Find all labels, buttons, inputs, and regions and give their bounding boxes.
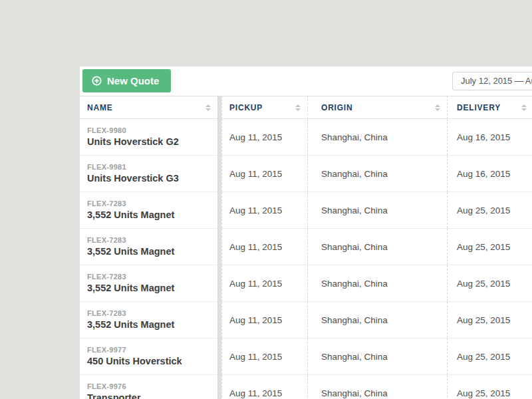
quote-name: 450 Units Hoverstick — [87, 355, 217, 368]
delivery-cell: Aug 25, 2015 — [447, 338, 532, 374]
delivery-cell: Aug 16, 2015 — [447, 119, 532, 155]
table-row[interactable]: Aug 11, 2015 Shanghai, China Aug 25, 201… — [221, 375, 532, 399]
table-row-name-cell[interactable]: FLEX-9977 450 Units Hoverstick — [80, 338, 217, 375]
quote-name: 3,552 Units Magnet — [87, 245, 217, 258]
quote-name: 3,552 Units Magnet — [87, 319, 217, 331]
origin-cell: Shanghai, China — [307, 229, 447, 265]
quote-code: FLEX-7283 — [87, 309, 217, 319]
sort-icon — [295, 104, 301, 111]
name-column-panel: NAME FLEX-9980 Units Hoverstick G2 FLEX-… — [80, 96, 217, 399]
quote-code: FLEX-9977 — [87, 345, 217, 355]
quote-name: 3,552 Units Magnet — [87, 282, 217, 295]
table-header-row: PICKUP ORIGIN DELIVERY — [221, 96, 532, 119]
quote-code: FLEX-9980 — [87, 126, 217, 136]
origin-cell: Shanghai, China — [307, 192, 447, 228]
table-row-name-cell[interactable]: FLEX-7283 3,552 Units Magnet — [80, 265, 217, 302]
column-header-label: DELIVERY — [457, 103, 501, 112]
delivery-cell: Aug 25, 2015 — [447, 229, 532, 265]
table-row-name-cell[interactable]: FLEX-7283 3,552 Units Magnet — [80, 302, 217, 338]
new-quote-label: New Quote — [107, 75, 159, 86]
pickup-cell: Aug 11, 2015 — [221, 302, 307, 338]
sort-icon — [205, 104, 211, 111]
detail-columns-panel: PICKUP ORIGIN DELIVERY Aug 11, 2015 Shan… — [221, 96, 532, 399]
table-row[interactable]: Aug 11, 2015 Shanghai, China Aug 25, 201… — [221, 302, 532, 338]
table-row[interactable]: Aug 11, 2015 Shanghai, China Aug 16, 201… — [221, 119, 532, 156]
pickup-cell: Aug 11, 2015 — [221, 229, 307, 265]
column-header-delivery[interactable]: DELIVERY — [447, 96, 532, 119]
pickup-cell: Aug 11, 2015 — [221, 156, 307, 192]
table-row-name-cell[interactable]: FLEX-9980 Units Hoverstick G2 — [80, 119, 217, 156]
quote-name: Units Hoverstick G3 — [87, 172, 217, 185]
delivery-cell: Aug 25, 2015 — [447, 375, 532, 399]
origin-cell: Shanghai, China — [307, 265, 447, 301]
origin-cell: Shanghai, China — [307, 302, 447, 338]
table-row-name-cell[interactable]: FLEX-9981 Units Hoverstick G3 — [80, 156, 217, 192]
plus-circle-icon — [92, 76, 102, 86]
origin-cell: Shanghai, China — [307, 119, 447, 155]
quote-name: Units Hoverstick G2 — [87, 136, 217, 148]
quote-code: FLEX-7283 — [87, 235, 217, 245]
table-rows: Aug 11, 2015 Shanghai, China Aug 16, 201… — [221, 119, 532, 399]
table-row-name-cell[interactable]: FLEX-7283 3,552 Units Magnet — [80, 229, 217, 265]
table-row[interactable]: Aug 11, 2015 Shanghai, China Aug 16, 201… — [221, 156, 532, 192]
table-row-name-cell[interactable]: FLEX-9976 Transporter — [80, 375, 217, 399]
toolbar: New Quote July 12, 2015 — Augus — [80, 66, 532, 96]
column-header-pickup[interactable]: PICKUP — [221, 96, 307, 119]
delivery-cell: Aug 25, 2015 — [447, 265, 532, 301]
pickup-cell: Aug 11, 2015 — [221, 375, 307, 399]
table-row[interactable]: Aug 11, 2015 Shanghai, China Aug 25, 201… — [221, 229, 532, 265]
sort-icon — [435, 104, 440, 111]
column-header-label: NAME — [87, 103, 113, 112]
pickup-cell: Aug 11, 2015 — [221, 265, 307, 301]
column-header-label: ORIGIN — [321, 103, 352, 112]
delivery-cell: Aug 25, 2015 — [447, 192, 532, 228]
delivery-cell: Aug 25, 2015 — [447, 302, 532, 338]
column-header-label: PICKUP — [229, 103, 263, 112]
date-range-input[interactable]: July 12, 2015 — Augus — [452, 72, 532, 90]
name-rows: FLEX-9980 Units Hoverstick G2 FLEX-9981 … — [80, 119, 217, 399]
table-row[interactable]: Aug 11, 2015 Shanghai, China Aug 25, 201… — [221, 265, 532, 302]
quote-code: FLEX-7283 — [87, 199, 217, 209]
origin-cell: Shanghai, China — [307, 375, 447, 399]
quote-name: 3,552 Units Magnet — [87, 209, 217, 221]
column-header-origin[interactable]: ORIGIN — [307, 96, 447, 119]
pickup-cell: Aug 11, 2015 — [221, 119, 307, 155]
table-row[interactable]: Aug 11, 2015 Shanghai, China Aug 25, 201… — [221, 192, 532, 229]
table-row-name-cell[interactable]: FLEX-7283 3,552 Units Magnet — [80, 192, 217, 229]
sort-icon — [521, 104, 527, 111]
quote-code: FLEX-7283 — [87, 272, 217, 282]
quotes-page: New Quote July 12, 2015 — Augus NAME FLE… — [0, 0, 532, 399]
origin-cell: Shanghai, China — [307, 338, 447, 374]
new-quote-button[interactable]: New Quote — [82, 69, 171, 92]
quote-code: FLEX-9976 — [87, 382, 217, 392]
pickup-cell: Aug 11, 2015 — [221, 192, 307, 228]
pickup-cell: Aug 11, 2015 — [221, 338, 307, 374]
quote-code: FLEX-9981 — [87, 162, 217, 172]
delivery-cell: Aug 16, 2015 — [447, 156, 532, 192]
column-header-name[interactable]: NAME — [80, 96, 217, 119]
origin-cell: Shanghai, China — [307, 156, 447, 192]
table-row[interactable]: Aug 11, 2015 Shanghai, China Aug 25, 201… — [221, 338, 532, 375]
quote-name: Transporter — [87, 392, 217, 399]
